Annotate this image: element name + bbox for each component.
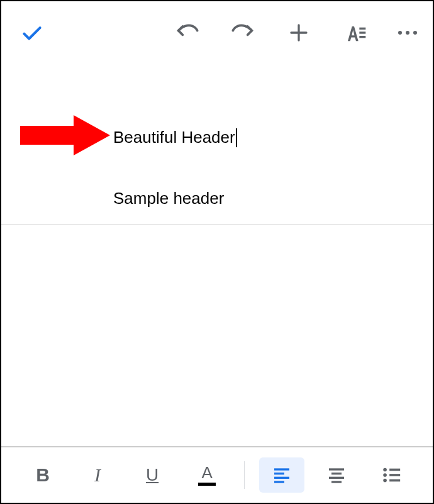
top-toolbar	[1, 1, 433, 64]
more-dot-icon	[398, 31, 402, 35]
svg-rect-15	[389, 469, 400, 471]
align-left-icon	[272, 465, 292, 485]
svg-rect-10	[329, 468, 344, 470]
svg-rect-7	[274, 473, 284, 474]
text-color-button[interactable]: A	[184, 457, 230, 493]
svg-rect-11	[331, 473, 342, 474]
underline-icon: U	[146, 465, 159, 485]
header-text-content: Beautiful Header	[113, 128, 235, 147]
bottom-toolbar: B I U A	[1, 446, 433, 503]
done-button[interactable]	[20, 21, 44, 45]
bold-button[interactable]: B	[20, 457, 65, 493]
body-text[interactable]: Sample header	[113, 189, 224, 208]
bulleted-list-button[interactable]	[369, 457, 414, 493]
svg-rect-3	[359, 31, 365, 33]
align-left-button[interactable]	[259, 457, 304, 493]
underline-button[interactable]: U	[130, 457, 175, 493]
undo-button[interactable]	[174, 20, 199, 45]
svg-rect-13	[331, 481, 342, 483]
header-text[interactable]: Beautiful Header	[113, 128, 237, 147]
svg-point-14	[383, 468, 387, 472]
toolbar-divider	[244, 461, 245, 489]
bold-icon: B	[36, 464, 50, 486]
svg-rect-2	[359, 28, 365, 30]
text-color-icon: A	[198, 464, 216, 486]
top-toolbar-right	[174, 20, 417, 45]
more-button[interactable]	[398, 31, 417, 35]
italic-icon: I	[94, 464, 101, 486]
svg-rect-4	[359, 36, 365, 38]
svg-rect-12	[329, 477, 344, 479]
insert-button[interactable]	[287, 21, 310, 44]
redo-button[interactable]	[231, 20, 256, 45]
svg-point-18	[383, 479, 387, 483]
svg-rect-9	[274, 481, 284, 483]
align-center-button[interactable]	[314, 457, 359, 493]
text-cursor-icon	[236, 128, 237, 147]
text-format-button[interactable]	[342, 20, 367, 45]
svg-point-16	[383, 473, 387, 477]
italic-button[interactable]: I	[75, 457, 120, 493]
document-area[interactable]: Beautiful Header Sample header	[1, 64, 433, 448]
more-dot-icon	[413, 31, 417, 35]
svg-rect-8	[274, 477, 289, 479]
bulleted-list-icon	[381, 464, 402, 486]
align-center-icon	[326, 465, 347, 485]
svg-rect-6	[274, 468, 289, 470]
svg-rect-19	[389, 479, 400, 482]
svg-rect-17	[389, 474, 400, 476]
more-dot-icon	[406, 31, 409, 35]
